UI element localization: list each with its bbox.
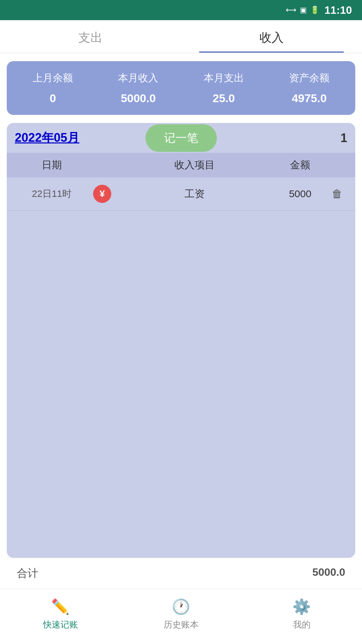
month-section: 2022年05月 记一笔 1 日期 收入项目 金额 22日11时 ¥ 工资 50… bbox=[7, 123, 355, 558]
record-date: 22日11时 bbox=[15, 187, 89, 200]
nav-label-history: 历史账本 bbox=[164, 619, 199, 631]
tab-bar: 支出 收入 bbox=[0, 20, 362, 53]
month-header: 2022年05月 记一笔 1 bbox=[7, 123, 355, 153]
battery-icon: 🔋 bbox=[310, 6, 319, 14]
nav-item-history[interactable]: 🕐 历史账本 bbox=[121, 595, 241, 634]
bottom-nav: ✏️ 快速记账 🕐 历史账本 ⚙️ 我的 bbox=[0, 589, 362, 644]
th-amount: 金额 bbox=[273, 158, 327, 172]
summary-card: 上月余额 本月收入 本月支出 资产余额 0 5000.0 25.0 4975.0 bbox=[7, 61, 355, 115]
asset-balance-col: 资产余额 bbox=[267, 71, 352, 85]
nav-item-quick[interactable]: ✏️ 快速记账 bbox=[0, 595, 121, 634]
tab-income[interactable]: 收入 bbox=[181, 20, 362, 53]
status-icons: ⟷ ▣ 🔋 bbox=[286, 6, 319, 14]
asset-balance-label: 资产余额 bbox=[289, 72, 329, 83]
th-action bbox=[327, 158, 347, 172]
last-month-value-col: 0 bbox=[10, 92, 95, 105]
clock-icon: 🕐 bbox=[172, 598, 190, 615]
this-month-income-label: 本月收入 bbox=[118, 72, 158, 83]
this-month-income-value: 5000.0 bbox=[121, 92, 156, 104]
month-record-count: 1 bbox=[340, 131, 347, 145]
record-icon-cell: ¥ bbox=[89, 185, 116, 203]
asset-balance-value-col: 4975.0 bbox=[267, 92, 352, 105]
total-value: 5000.0 bbox=[312, 566, 345, 581]
tab-expense[interactable]: 支出 bbox=[0, 20, 181, 53]
this-month-expense-value-col: 25.0 bbox=[181, 92, 267, 105]
month-title: 2022年05月 bbox=[15, 130, 79, 146]
this-month-expense-label: 本月支出 bbox=[204, 72, 244, 83]
last-month-label: 上月余额 bbox=[33, 72, 73, 83]
table-body: 22日11时 ¥ 工资 5000 🗑 bbox=[7, 177, 355, 558]
status-time: 11:10 bbox=[324, 4, 352, 16]
main-content: 2022年05月 记一笔 1 日期 收入项目 金额 22日11时 ¥ 工资 50… bbox=[7, 123, 355, 558]
status-bar: ⟷ ▣ 🔋 11:10 bbox=[0, 0, 362, 20]
summary-values-row: 0 5000.0 25.0 4975.0 bbox=[10, 92, 352, 105]
this-month-expense-value: 25.0 bbox=[213, 92, 235, 104]
table-header: 日期 收入项目 金额 bbox=[7, 153, 355, 177]
pencil-icon: ✏️ bbox=[51, 598, 70, 615]
record-action: 🗑 bbox=[327, 188, 347, 200]
this-month-income-col: 本月收入 bbox=[95, 71, 181, 85]
last-month-col: 上月余额 bbox=[10, 71, 95, 85]
signal-icon: ⟷ bbox=[286, 6, 296, 14]
table-row: 22日11时 ¥ 工资 5000 🗑 bbox=[7, 177, 355, 211]
last-month-value: 0 bbox=[50, 92, 56, 104]
yuan-icon: ¥ bbox=[93, 185, 111, 203]
total-label: 合计 bbox=[17, 566, 312, 581]
nav-label-quick: 快速记账 bbox=[43, 619, 78, 631]
total-row: 合计 5000.0 bbox=[7, 558, 355, 589]
summary-labels-row: 上月余额 本月收入 本月支出 资产余额 bbox=[10, 71, 352, 85]
delete-record-button[interactable]: 🗑 bbox=[332, 188, 343, 200]
this-month-expense-col: 本月支出 bbox=[181, 71, 267, 85]
gear-icon: ⚙️ bbox=[292, 598, 311, 615]
th-icon-space bbox=[89, 158, 116, 172]
data-icon: ▣ bbox=[300, 6, 307, 14]
th-date: 日期 bbox=[15, 158, 89, 172]
this-month-income-value-col: 5000.0 bbox=[95, 92, 181, 105]
record-category: 工资 bbox=[116, 187, 273, 201]
nav-item-mine[interactable]: ⚙️ 我的 bbox=[241, 595, 362, 634]
nav-label-mine: 我的 bbox=[293, 619, 311, 631]
asset-balance-value: 4975.0 bbox=[292, 92, 327, 104]
th-category: 收入项目 bbox=[116, 158, 273, 172]
add-record-button[interactable]: 记一笔 bbox=[146, 124, 217, 152]
record-amount: 5000 bbox=[273, 188, 327, 200]
